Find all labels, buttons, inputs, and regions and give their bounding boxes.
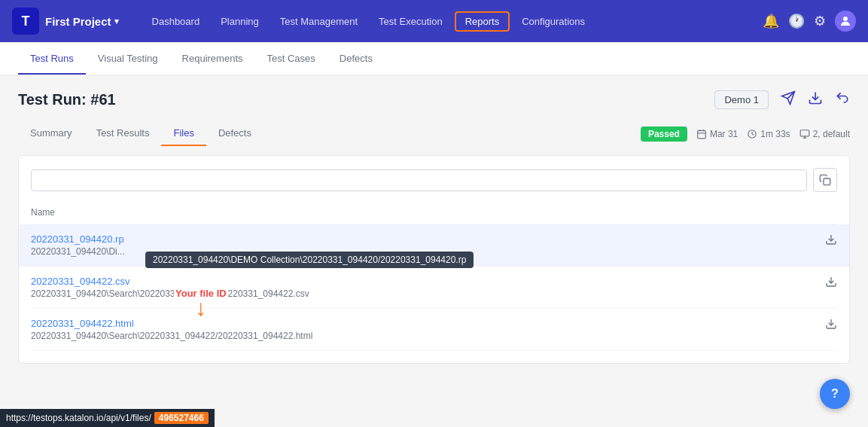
inner-tabs: Summary Test Results Files Defects [18, 121, 263, 146]
download-file-icon-1[interactable] [825, 233, 837, 248]
nav-reports[interactable]: Reports [455, 11, 510, 32]
tab-test-cases[interactable]: Test Cases [255, 44, 327, 75]
nav-test-execution[interactable]: Test Execution [370, 11, 452, 32]
sub-navigation: Test Runs Visual Testing Requirements Te… [0, 42, 868, 75]
tab-summary[interactable]: Summary [18, 121, 84, 146]
project-selector[interactable]: First Project ▾ [45, 15, 119, 28]
file-link-1[interactable]: 20220331_094420.rp [31, 233, 124, 245]
file-row: 20220331_094422.csv 20220331_094420\Sear… [31, 267, 837, 309]
search-bar-row [31, 168, 837, 192]
top-navigation: T First Project ▾ Dashboard Planning Tes… [0, 0, 868, 42]
svg-rect-2 [698, 130, 706, 139]
tab-visual-testing[interactable]: Visual Testing [86, 44, 170, 75]
file-link-3[interactable]: 20220331_094422.html [31, 318, 134, 329]
svg-rect-10 [824, 178, 830, 185]
nav-dashboard[interactable]: Dashboard [143, 11, 209, 32]
tab-test-runs[interactable]: Test Runs [18, 44, 86, 75]
file-row: 20220331_094420.rp 20220331_094420\Di...… [19, 224, 849, 267]
main-content: Test Run: #61 Demo 1 Summary Test Result… [0, 75, 868, 427]
status-duration: 1m 33s [747, 129, 790, 139]
settings-icon[interactable]: ⚙ [814, 13, 826, 29]
annotation-arrow-icon: ↓ [195, 299, 206, 317]
header-actions: Demo 1 [714, 90, 850, 109]
bottom-bar-prefix: https://testops.katalon.io/api/v1/files/ [6, 413, 151, 423]
download-file-icon-2[interactable] [825, 276, 837, 290]
status-date: Mar 31 [696, 129, 738, 139]
file-link-2[interactable]: 20220331_094422.csv [31, 276, 130, 287]
tab-test-results[interactable]: Test Results [84, 121, 162, 146]
app-logo[interactable]: T [12, 8, 39, 35]
notifications-icon[interactable]: 🔔 [763, 13, 779, 29]
search-input[interactable] [31, 169, 807, 191]
bottom-bar: https://testops.katalon.io/api/v1/files/… [0, 409, 215, 427]
nav-links: Dashboard Planning Test Management Test … [143, 11, 763, 32]
nav-configurations[interactable]: Configurations [513, 11, 594, 32]
nav-planning[interactable]: Planning [212, 11, 268, 32]
file-path-3: 20220331_094420\Search\20220331_094422/2… [31, 331, 312, 341]
status-badge: Passed [641, 127, 687, 142]
page-title: Test Run: #61 [18, 91, 116, 108]
page-header: Test Run: #61 Demo 1 [18, 90, 850, 109]
nav-icons: 🔔 🕐 ⚙ [763, 11, 856, 32]
svg-rect-7 [800, 130, 809, 136]
tab-requirements[interactable]: Requirements [170, 44, 255, 75]
download-file-icon-3[interactable] [825, 318, 837, 332]
download-icon[interactable] [808, 90, 823, 109]
file-path-2: 20220331_094420\Search\20220331_094422/2… [31, 288, 309, 299]
share-icon[interactable] [835, 90, 850, 109]
file-row: 20220331_094422.html 20220331_094420\Sea… [31, 309, 837, 351]
status-meta: Passed Mar 31 1m 33s 2, default [641, 127, 850, 142]
tab-files[interactable]: Files [161, 121, 206, 146]
history-icon[interactable]: 🕐 [788, 13, 805, 29]
nav-test-management[interactable]: Test Management [271, 11, 367, 32]
demo-badge: Demo 1 [714, 90, 769, 109]
chevron-down-icon: ▾ [114, 17, 119, 26]
col-header-name: Name [31, 204, 837, 224]
status-config: 2, default [799, 129, 850, 139]
tab-defects-inner[interactable]: Defects [206, 121, 263, 146]
annotation-container: Your file ID ↓ [174, 288, 228, 317]
content-card: Name 20220331_094420.rp 20220331_094420\… [18, 155, 850, 364]
fab-button[interactable]: ? [820, 379, 850, 409]
svg-point-0 [843, 17, 848, 21]
copy-button[interactable] [813, 168, 837, 192]
tab-defects[interactable]: Defects [327, 44, 385, 75]
bottom-bar-file-id: 496527466 [154, 412, 209, 424]
send-icon[interactable] [781, 90, 796, 109]
file-path-1: 20220331_094420\Di... [31, 246, 125, 257]
tooltip-1: 20220331_094420\DEMO Collection\20220331… [145, 252, 474, 268]
avatar[interactable] [835, 11, 856, 32]
